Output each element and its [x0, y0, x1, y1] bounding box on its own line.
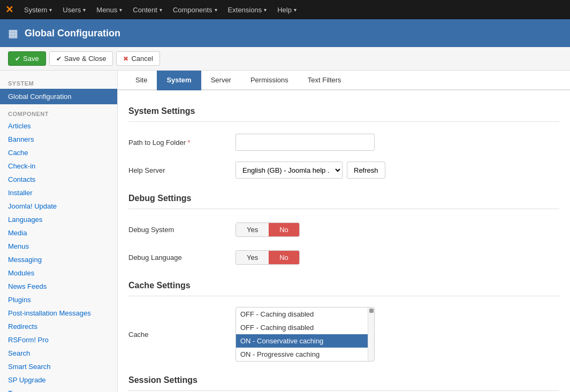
- sidebar-item-search[interactable]: Search: [0, 347, 117, 360]
- help-server-label: Help Server: [128, 166, 235, 174]
- debug-language-row: Debug Language Yes No: [128, 248, 559, 267]
- component-section-label: COMPONENT: [0, 104, 117, 119]
- sidebar-item-banners[interactable]: Banners: [0, 133, 117, 146]
- sidebar-item-smart-search[interactable]: Smart Search: [0, 360, 117, 373]
- chevron-down-icon: ▾: [294, 7, 297, 13]
- chevron-down-icon: ▾: [83, 7, 86, 13]
- required-marker: *: [188, 139, 191, 147]
- nav-help[interactable]: Help ▾: [272, 0, 302, 19]
- chevron-down-icon: ▾: [215, 7, 217, 13]
- cancel-icon: ✖: [123, 55, 128, 63]
- debug-language-toggle: Yes No: [235, 250, 300, 265]
- sidebar-item-installer[interactable]: Installer: [0, 186, 117, 199]
- sidebar-item-tags[interactable]: Tags: [0, 387, 117, 392]
- tab-server[interactable]: Server: [201, 71, 241, 90]
- sidebar-item-media[interactable]: Media: [0, 226, 117, 240]
- cache-option-off2[interactable]: OFF - Caching disabled: [236, 321, 368, 334]
- cache-listbox[interactable]: OFF - Caching disabled OFF - Caching dis…: [235, 307, 375, 362]
- path-to-log-folder-row: Path to Log Folder *: [128, 133, 559, 152]
- toolbar: ✔ Save ✔ Save & Close ✖ Cancel: [0, 47, 570, 71]
- sidebar-item-modules[interactable]: Modules: [0, 266, 117, 280]
- cache-items: OFF - Caching disabled OFF - Caching dis…: [236, 308, 368, 361]
- cache-settings-heading: Cache Settings: [128, 275, 559, 296]
- sidebar-item-cache[interactable]: Cache: [0, 146, 117, 159]
- save-icon: ✔: [15, 55, 20, 63]
- nav-menus[interactable]: Menus ▾: [91, 0, 127, 19]
- cache-option-off1[interactable]: OFF - Caching disabled: [236, 308, 368, 321]
- cache-scrollbar[interactable]: [368, 308, 374, 361]
- sidebar-item-articles[interactable]: Articles: [0, 119, 117, 133]
- sidebar-item-joomla-update[interactable]: Joomla! Update: [0, 199, 117, 213]
- tab-bar: Site System Server Permissions Text Filt…: [118, 71, 570, 90]
- check-icon: ✔: [56, 55, 62, 63]
- debug-settings-heading: Debug Settings: [128, 188, 559, 209]
- scrollbar-thumb: [369, 309, 374, 313]
- chevron-down-icon: ▾: [119, 7, 122, 13]
- save-close-button[interactable]: ✔ Save & Close: [49, 51, 113, 66]
- sidebar-item-checkin[interactable]: Check-in: [0, 159, 117, 173]
- tab-site[interactable]: Site: [126, 71, 157, 90]
- nav-content[interactable]: Content ▾: [127, 0, 168, 19]
- debug-language-yes-button[interactable]: Yes: [236, 251, 269, 264]
- debug-system-row: Debug System Yes No: [128, 220, 559, 239]
- debug-language-toggle-wrap: Yes No: [235, 250, 559, 265]
- help-server-row: Help Server English (GB) - Joomla help .…: [128, 160, 559, 180]
- content-area: Site System Server Permissions Text Filt…: [118, 71, 570, 392]
- cache-listbox-inner: OFF - Caching disabled OFF - Caching dis…: [236, 308, 374, 361]
- debug-language-no-button[interactable]: No: [269, 251, 299, 264]
- sidebar-item-messaging[interactable]: Messaging: [0, 253, 117, 266]
- top-navigation: ✕ System ▾ Users ▾ Menus ▾ Content ▾ Com…: [0, 0, 570, 19]
- sidebar-item-languages[interactable]: Languages: [0, 213, 117, 226]
- help-server-select[interactable]: English (GB) - Joomla help ...: [235, 162, 343, 179]
- save-button[interactable]: ✔ Save: [8, 51, 46, 66]
- path-to-log-folder-label: Path to Log Folder *: [128, 139, 235, 147]
- nav-system[interactable]: System ▾: [19, 0, 57, 19]
- main-layout: SYSTEM Global Configuration COMPONENT Ar…: [0, 71, 570, 392]
- sidebar-item-news-feeds[interactable]: News Feeds: [0, 280, 117, 293]
- chevron-down-icon: ▾: [264, 7, 267, 13]
- sidebar: SYSTEM Global Configuration COMPONENT Ar…: [0, 71, 118, 392]
- grid-icon: ▦: [8, 27, 18, 40]
- chevron-down-icon: ▾: [159, 7, 162, 13]
- chevron-down-icon: ▾: [49, 7, 52, 13]
- sidebar-item-plugins[interactable]: Plugins: [0, 293, 117, 306]
- cache-option-conservative[interactable]: ON - Conservative caching: [236, 334, 368, 348]
- path-to-log-folder-wrap: [235, 134, 559, 151]
- debug-system-toggle: Yes No: [235, 222, 300, 237]
- page-title: Global Configuration: [25, 28, 120, 39]
- sidebar-item-rsform[interactable]: RSForm! Pro: [0, 333, 117, 347]
- nav-extensions[interactable]: Extensions ▾: [223, 0, 272, 19]
- debug-system-toggle-wrap: Yes No: [235, 222, 559, 237]
- sidebar-item-menus[interactable]: Menus: [0, 240, 117, 253]
- header-bar: ▦ Global Configuration: [0, 19, 570, 47]
- cache-option-progressive[interactable]: ON - Progressive caching: [236, 348, 368, 361]
- cache-row: Cache OFF - Caching disabled OFF - Cachi…: [128, 307, 559, 362]
- tab-permissions[interactable]: Permissions: [241, 71, 298, 90]
- tab-text-filters[interactable]: Text Filters: [298, 71, 351, 90]
- debug-system-yes-button[interactable]: Yes: [236, 223, 269, 236]
- sidebar-item-redirects[interactable]: Redirects: [0, 320, 117, 333]
- session-settings-heading: Session Settings: [128, 370, 559, 391]
- sidebar-item-contacts[interactable]: Contacts: [0, 173, 117, 186]
- cache-listbox-wrap: OFF - Caching disabled OFF - Caching dis…: [235, 307, 559, 362]
- nav-users[interactable]: Users ▾: [57, 0, 91, 19]
- joomla-logo: ✕: [5, 4, 13, 16]
- debug-language-label: Debug Language: [128, 253, 235, 262]
- cancel-button[interactable]: ✖ Cancel: [116, 51, 159, 66]
- nav-components[interactable]: Components ▾: [168, 0, 223, 19]
- sidebar-item-post-install[interactable]: Post-installation Messages: [0, 306, 117, 320]
- system-settings-heading: System Settings: [128, 101, 559, 122]
- cache-label: Cache: [128, 330, 235, 339]
- refresh-button[interactable]: Refresh: [347, 162, 385, 179]
- tab-system[interactable]: System: [157, 71, 201, 90]
- sidebar-item-global-configuration[interactable]: Global Configuration: [0, 89, 117, 104]
- debug-system-no-button[interactable]: No: [269, 223, 299, 236]
- help-server-wrap: English (GB) - Joomla help ... Refresh: [235, 162, 559, 179]
- debug-system-label: Debug System: [128, 226, 235, 234]
- system-section-label: SYSTEM: [0, 76, 117, 89]
- path-to-log-folder-input[interactable]: [235, 134, 375, 151]
- form-content: System Settings Path to Log Folder * Hel…: [118, 90, 570, 392]
- sidebar-item-sp-upgrade[interactable]: SP Upgrade: [0, 373, 117, 387]
